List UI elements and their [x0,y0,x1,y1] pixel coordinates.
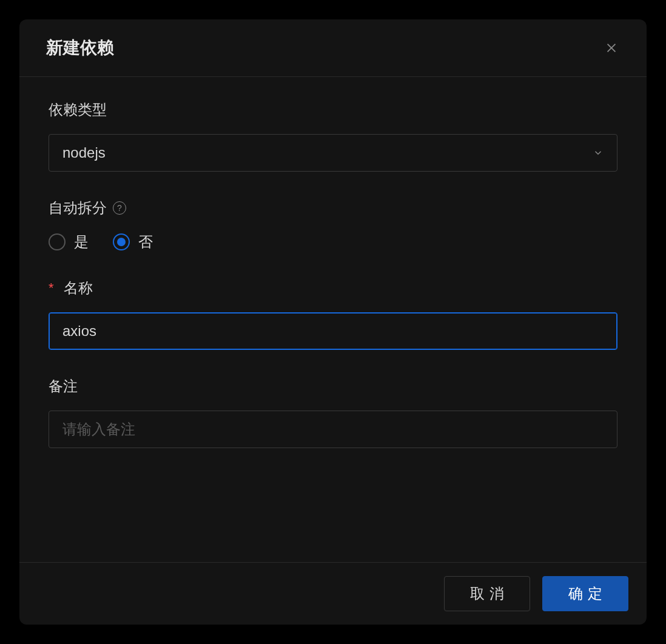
radio-no-label: 否 [138,232,153,252]
radio-yes-label: 是 [74,232,89,252]
field-auto-split: 自动拆分 ? 是 否 [49,198,617,252]
radio-no[interactable]: 否 [113,232,153,252]
auto-split-label-text: 自动拆分 [49,198,107,218]
dependency-type-label: 依赖类型 [49,100,617,119]
dependency-type-value: nodejs [62,144,106,161]
chevron-down-icon [593,147,604,158]
dialog-footer: 取消 确定 [19,562,647,625]
field-dependency-type: 依赖类型 nodejs [49,100,617,172]
radio-no-dot [117,238,126,246]
confirm-button[interactable]: 确定 [542,576,628,611]
name-label-text: 名称 [64,278,93,298]
name-label: * 名称 [49,278,617,298]
radio-no-circle [113,233,130,250]
close-icon [605,41,618,55]
dialog-title: 新建依赖 [46,36,114,59]
auto-split-label: 自动拆分 ? [49,198,617,218]
name-input[interactable] [49,312,617,350]
required-asterisk: * [49,280,54,296]
radio-yes[interactable]: 是 [49,232,89,252]
radio-yes-circle [49,233,66,250]
remark-input[interactable] [49,411,617,448]
dialog-body: 依赖类型 nodejs 自动拆分 ? 是 [19,77,647,562]
help-icon[interactable]: ? [113,201,126,215]
cancel-button[interactable]: 取消 [444,576,530,611]
auto-split-radio-group: 是 否 [49,232,617,252]
create-dependency-dialog: 新建依赖 依赖类型 nodejs 自动拆分 ? [19,19,647,625]
field-remark: 备注 [49,377,617,448]
field-name: * 名称 [49,278,617,350]
dialog-header: 新建依赖 [19,19,647,77]
remark-label: 备注 [49,377,617,396]
dependency-type-select[interactable]: nodejs [49,134,617,172]
close-button[interactable] [603,39,620,56]
